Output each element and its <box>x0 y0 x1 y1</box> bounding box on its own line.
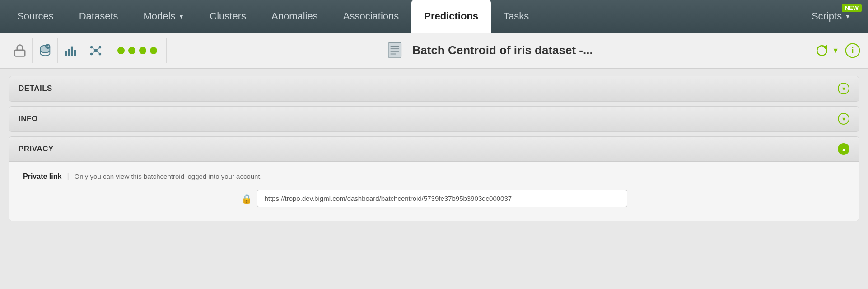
page-title: Batch Centroid of iris dataset -... <box>412 43 593 57</box>
batch-centroid-icon <box>387 41 405 60</box>
dataset-icon <box>38 44 52 57</box>
svg-rect-4 <box>68 49 70 56</box>
nav-associations[interactable]: Associations <box>331 0 412 33</box>
privacy-link-input[interactable] <box>257 190 627 207</box>
centroid-btn[interactable] <box>83 38 108 63</box>
svg-text:i: i <box>851 46 854 55</box>
model-btn[interactable] <box>58 38 83 63</box>
dot-1 <box>117 47 125 54</box>
svg-rect-3 <box>65 51 67 55</box>
dot-2 <box>128 47 135 54</box>
lock-btn[interactable] <box>7 38 33 63</box>
details-toggle[interactable]: ▾ <box>838 83 849 94</box>
privacy-label: Private link <box>23 172 61 181</box>
privacy-toggle[interactable]: ▴ <box>838 143 849 155</box>
lock-icon <box>13 44 27 57</box>
dataset-btn[interactable] <box>33 38 58 63</box>
svg-line-13 <box>96 47 100 51</box>
nav-clusters[interactable]: Clusters <box>197 0 259 33</box>
centroid-icon <box>89 44 103 57</box>
details-title: DETAILS <box>19 84 52 93</box>
privacy-info-row: Private link | Only you can view this ba… <box>23 172 845 181</box>
info-toggle[interactable]: ▾ <box>838 113 849 125</box>
nav-predictions[interactable]: Predictions <box>411 0 491 33</box>
link-lock-icon: 🔒 <box>241 193 252 204</box>
info-icon: i <box>845 42 861 59</box>
svg-line-12 <box>91 47 95 51</box>
navbar: Sources Datasets Models ▼ Clusters Anoma… <box>0 0 868 33</box>
privacy-title: PRIVACY <box>19 144 54 154</box>
refresh-icon <box>814 42 830 59</box>
nav-sources[interactable]: Sources <box>5 0 66 33</box>
nav-anomalies[interactable]: Anomalies <box>259 0 331 33</box>
nav-datasets[interactable]: Datasets <box>66 0 131 33</box>
models-dropdown-arrow: ▼ <box>178 13 184 20</box>
privacy-description: Only you can view this batchcentroid log… <box>75 172 262 180</box>
privacy-divider: | <box>67 172 69 181</box>
info-header[interactable]: INFO ▾ <box>9 107 859 131</box>
privacy-content: Private link | Only you can view this ba… <box>9 162 859 221</box>
svg-line-15 <box>96 51 100 54</box>
dot-3 <box>139 47 146 54</box>
svg-line-14 <box>91 51 95 54</box>
svg-rect-5 <box>70 46 73 56</box>
privacy-header[interactable]: PRIVACY ▴ <box>9 137 859 162</box>
privacy-section: PRIVACY ▴ Private link | Only you can vi… <box>9 136 859 221</box>
nav-scripts[interactable]: NEW Scripts ▼ <box>799 0 863 33</box>
dot-4 <box>150 47 157 54</box>
toolbar: Batch Centroid of iris dataset -... ▼ i <box>0 33 868 69</box>
privacy-link-row: 🔒 <box>23 190 845 207</box>
content-area: DETAILS ▾ INFO ▾ PRIVACY ▴ Private link … <box>0 69 868 233</box>
details-header[interactable]: DETAILS ▾ <box>9 76 859 101</box>
toolbar-actions: ▼ i <box>814 42 861 59</box>
model-icon <box>64 44 77 57</box>
new-badge: NEW <box>842 4 862 12</box>
svg-rect-6 <box>74 50 76 56</box>
details-section: DETAILS ▾ <box>9 76 859 102</box>
refresh-btn[interactable]: ▼ <box>814 42 839 59</box>
info-section: INFO ▾ <box>9 106 859 132</box>
nav-models[interactable]: Models ▼ <box>131 0 197 33</box>
title-area: Batch Centroid of iris dataset -... <box>167 41 814 60</box>
progress-dots <box>108 38 167 63</box>
scripts-dropdown-arrow: ▼ <box>845 13 851 20</box>
info-title: INFO <box>19 114 38 123</box>
nav-tasks[interactable]: Tasks <box>491 0 541 33</box>
svg-marker-21 <box>822 46 827 51</box>
dropdown-arrow-refresh: ▼ <box>832 47 839 55</box>
info-btn[interactable]: i <box>845 42 861 59</box>
svg-rect-16 <box>388 42 401 57</box>
svg-rect-0 <box>14 50 25 56</box>
